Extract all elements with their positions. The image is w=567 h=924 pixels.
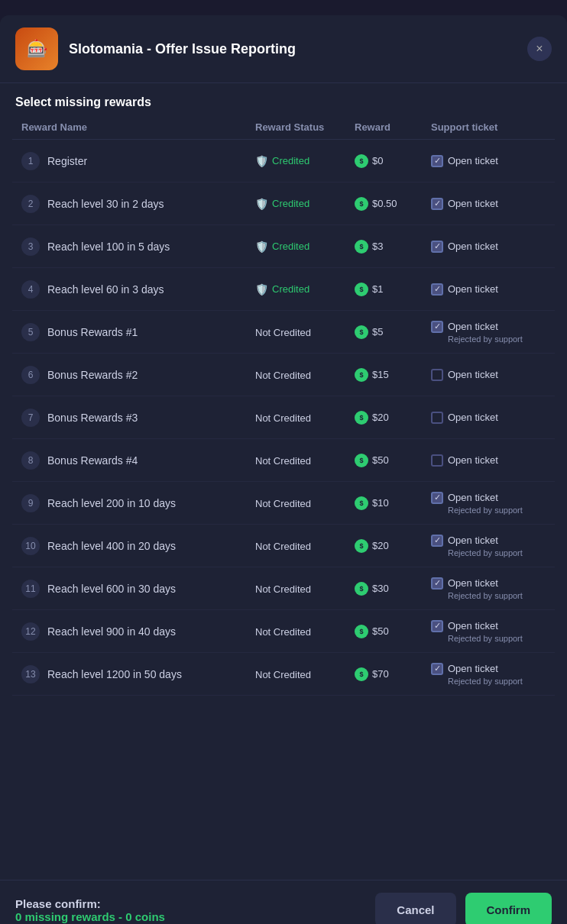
ticket-row[interactable]: Open ticket: [431, 535, 546, 547]
support-ticket-cell: Open ticketRejected by support: [431, 321, 546, 344]
ticket-checkbox[interactable]: [431, 198, 443, 210]
reward-status-cell: 🛡️ Credited: [255, 241, 355, 253]
reward-name-cell: 8 Bonus Rewards #4: [21, 451, 255, 470]
confirm-button[interactable]: Confirm: [465, 893, 552, 924]
ticket-checkbox[interactable]: [431, 412, 443, 424]
ticket-checkbox[interactable]: [431, 155, 443, 167]
coin-icon: $: [355, 582, 368, 596]
ticket-checkbox[interactable]: [431, 663, 443, 675]
rejected-by-support-label: Rejected by support: [431, 591, 546, 600]
ticket-row[interactable]: Open ticket: [431, 321, 546, 333]
footer-buttons: Cancel Confirm: [375, 893, 552, 924]
ticket-checkbox[interactable]: [431, 241, 443, 253]
reward-name: Reach level 900 in 40 days: [47, 625, 176, 638]
reward-value-cell: $ $70: [355, 667, 431, 681]
not-credited-status: Not Credited: [255, 498, 311, 509]
open-ticket-label: Open ticket: [448, 321, 498, 332]
reward-status-cell: Not Credited: [255, 667, 355, 681]
support-ticket-cell: Open ticketRejected by support: [431, 492, 546, 515]
modal-footer: Please confirm: 0 missing rewards - 0 co…: [0, 880, 567, 924]
reward-name: Reach level 60 in 3 days: [47, 283, 164, 296]
reward-name: Bonus Rewards #2: [47, 369, 138, 381]
reward-name-cell: 11 Reach level 600 in 30 days: [21, 580, 255, 598]
reward-amount: $50: [372, 625, 389, 637]
rejected-by-support-label: Rejected by support: [431, 506, 546, 515]
reward-name: Reach level 200 in 10 days: [47, 497, 176, 509]
coin-icon: $: [355, 240, 368, 254]
rejected-by-support-label: Rejected by support: [431, 677, 546, 686]
ticket-row[interactable]: Open ticket: [431, 241, 546, 253]
reward-status-cell: 🛡️ Credited: [255, 283, 355, 296]
app-logo: 🎰: [15, 27, 58, 70]
ticket-row[interactable]: Open ticket: [431, 283, 546, 296]
ticket-checkbox[interactable]: [431, 620, 443, 632]
reward-name-cell: 2 Reach level 30 in 2 days: [21, 195, 255, 213]
reward-amount: $20: [372, 540, 389, 551]
table-row: 6 Bonus Rewards #2 Not Credited $ $15 Op…: [12, 354, 555, 396]
ticket-checkbox[interactable]: [431, 321, 443, 333]
reward-status-cell: Not Credited: [255, 496, 355, 510]
table-row: 3 Reach level 100 in 5 days 🛡️ Credited …: [12, 225, 555, 268]
row-number: 4: [21, 280, 40, 299]
col-header-ticket: Support ticket: [431, 121, 546, 133]
reward-name-cell: 7 Bonus Rewards #3: [21, 409, 255, 427]
ticket-row[interactable]: Open ticket: [431, 577, 546, 590]
row-number: 9: [21, 494, 40, 512]
col-header-reward: Reward: [355, 121, 431, 133]
reward-status-cell: Not Credited: [255, 411, 355, 425]
coin-icon: $: [355, 454, 368, 467]
ticket-row[interactable]: Open ticket: [431, 454, 546, 467]
table-row: 9 Reach level 200 in 10 days Not Credite…: [12, 482, 555, 525]
ticket-row[interactable]: Open ticket: [431, 492, 546, 504]
reward-name-cell: 1 Register: [21, 152, 255, 170]
reward-status-cell: Not Credited: [255, 582, 355, 596]
ticket-row[interactable]: Open ticket: [431, 620, 546, 632]
support-ticket-cell: Open ticket: [431, 198, 546, 210]
reward-name: Bonus Rewards #3: [47, 412, 138, 424]
ticket-row[interactable]: Open ticket: [431, 412, 546, 424]
not-credited-status: Not Credited: [255, 669, 311, 680]
coin-icon: $: [355, 154, 368, 168]
ticket-checkbox[interactable]: [431, 454, 443, 467]
support-ticket-cell: Open ticketRejected by support: [431, 535, 546, 557]
table-row: 2 Reach level 30 in 2 days 🛡️ Credited $…: [12, 183, 555, 225]
reward-amount: $0.50: [372, 198, 397, 209]
reward-name: Register: [47, 155, 87, 167]
reward-name-cell: 5 Bonus Rewards #1: [21, 323, 255, 341]
reward-status-cell: Not Credited: [255, 539, 355, 553]
ticket-checkbox[interactable]: [431, 492, 443, 504]
col-header-name: Reward Name: [21, 121, 255, 133]
support-ticket-cell: Open ticketRejected by support: [431, 620, 546, 643]
rejected-by-support-label: Rejected by support: [431, 334, 546, 344]
reward-name: Reach level 600 in 30 days: [47, 583, 176, 595]
open-ticket-label: Open ticket: [448, 198, 498, 209]
shield-icon: 🛡️: [255, 241, 268, 253]
row-number: 7: [21, 409, 40, 427]
table-row: 1 Register 🛡️ Credited $ $0 Open ticket: [12, 140, 555, 183]
cancel-button[interactable]: Cancel: [375, 893, 455, 924]
ticket-checkbox[interactable]: [431, 369, 443, 381]
open-ticket-label: Open ticket: [448, 241, 498, 252]
ticket-row[interactable]: Open ticket: [431, 663, 546, 675]
table-row: 13 Reach level 1200 in 50 days Not Credi…: [12, 653, 555, 696]
support-ticket-cell: Open ticket: [431, 369, 546, 381]
ticket-checkbox[interactable]: [431, 283, 443, 296]
reward-status-cell: Not Credited: [255, 368, 355, 382]
reward-status-cell: Not Credited: [255, 454, 355, 467]
ticket-checkbox[interactable]: [431, 577, 443, 590]
reward-value-cell: $ $5: [355, 325, 431, 339]
coin-icon: $: [355, 496, 368, 510]
ticket-checkbox[interactable]: [431, 535, 443, 547]
logo-emoji: 🎰: [27, 39, 47, 59]
coin-icon: $: [355, 539, 368, 553]
ticket-row[interactable]: Open ticket: [431, 369, 546, 381]
ticket-row[interactable]: Open ticket: [431, 155, 546, 167]
reward-name-cell: 10 Reach level 400 in 20 days: [21, 537, 255, 555]
reward-amount: $5: [372, 326, 383, 338]
reward-amount: $50: [372, 454, 389, 466]
row-number: 6: [21, 366, 40, 384]
ticket-row[interactable]: Open ticket: [431, 198, 546, 210]
reward-name-cell: 3 Reach level 100 in 5 days: [21, 237, 255, 256]
close-button[interactable]: ×: [527, 37, 552, 61]
not-credited-status: Not Credited: [255, 412, 311, 424]
